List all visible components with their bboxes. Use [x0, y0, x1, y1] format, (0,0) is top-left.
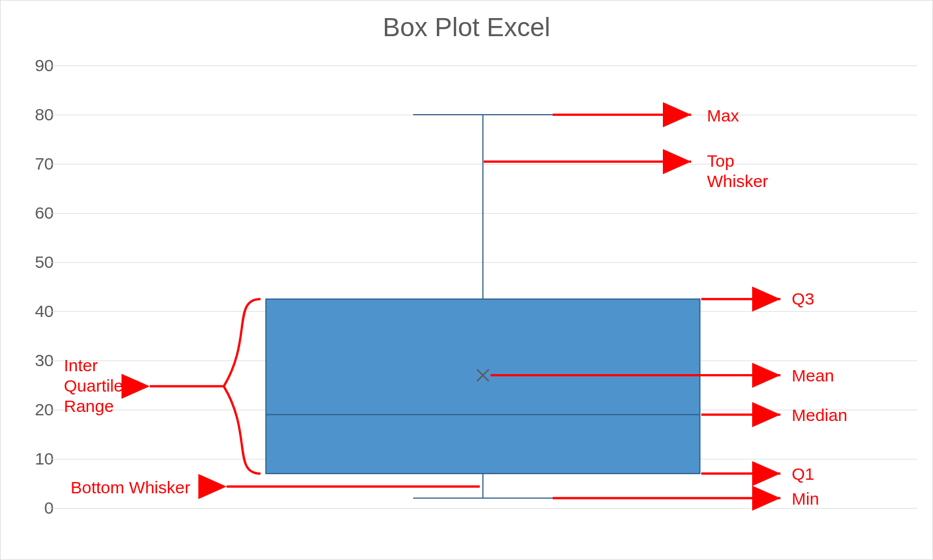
gridline — [48, 508, 917, 509]
gridline — [48, 262, 917, 263]
annot-mean: Mean — [792, 366, 834, 386]
annot-top-whisker: Top Whisker — [707, 151, 768, 192]
annot-median: Median — [792, 405, 847, 426]
annot-q3: Q3 — [792, 289, 814, 309]
gridline — [48, 410, 917, 410]
chart-frame: Box Plot Excel 90 80 70 60 50 40 30 20 1… — [0, 0, 933, 560]
gridline — [48, 115, 917, 115]
annot-min: Min — [792, 489, 819, 509]
gridline — [48, 311, 917, 312]
plot-area — [48, 66, 917, 508]
gridline — [48, 361, 917, 361]
annot-bottom-whisker: Bottom Whisker — [71, 477, 190, 498]
annot-q1: Q1 — [792, 464, 814, 484]
annot-max: Max — [707, 106, 739, 126]
annot-iqr: Inter Quartile Range — [64, 355, 123, 416]
gridline — [48, 66, 917, 66]
gridline — [48, 164, 917, 164]
gridline — [48, 459, 917, 459]
chart-title: Box Plot Excel — [1, 12, 932, 42]
gridline — [48, 213, 917, 214]
